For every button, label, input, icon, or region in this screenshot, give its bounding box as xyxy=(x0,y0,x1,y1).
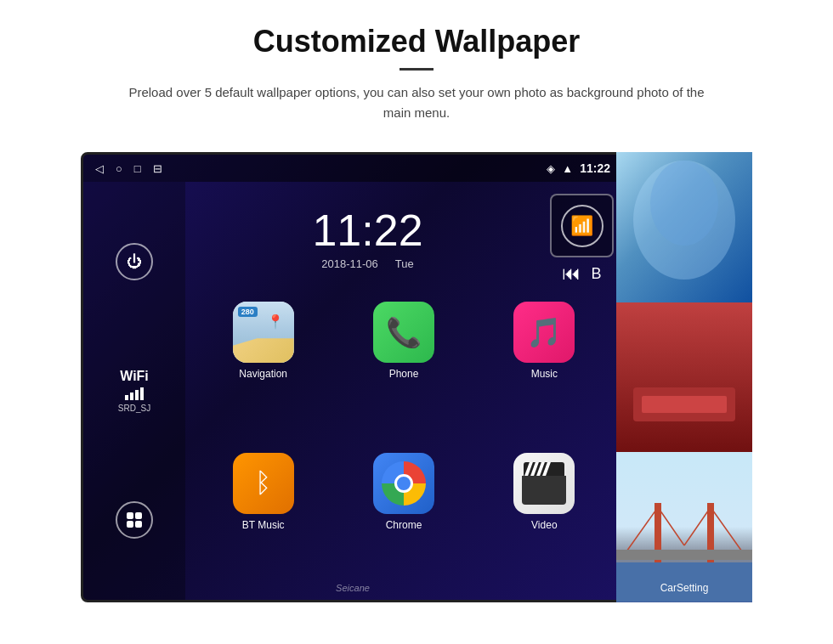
wifi-bar-4 xyxy=(140,387,144,400)
clock-section: 11:22 2018-11-06 Tue xyxy=(194,208,541,270)
clock-time: 11:22 xyxy=(194,208,541,252)
top-row: 11:22 2018-11-06 Tue 📶 xyxy=(194,182,614,293)
left-sidebar: ⏻ WiFi SRD_SJ xyxy=(83,182,185,600)
clock-day-value: Tue xyxy=(395,257,414,270)
page-title: Customized Wallpaper xyxy=(51,24,782,59)
video-app-icon xyxy=(513,453,575,514)
nav-road xyxy=(233,338,294,363)
svg-rect-5 xyxy=(642,396,727,413)
app-item-chrome[interactable]: Chrome xyxy=(339,453,468,592)
wifi-ssid: SRD_SJ xyxy=(118,404,150,413)
back-nav-icon: ◁ xyxy=(95,162,104,175)
navigation-app-icon: 280 📍 xyxy=(233,302,294,363)
watermark-text: Seicane xyxy=(336,583,370,593)
chrome-inner-circle xyxy=(394,474,413,493)
prev-track-button[interactable]: ⏮ xyxy=(562,263,581,285)
status-time: 11:22 xyxy=(580,161,610,175)
video-app-label: Video xyxy=(531,519,557,531)
bridge-svg xyxy=(616,452,752,602)
wifi-label: WiFi xyxy=(118,369,150,384)
svg-rect-3 xyxy=(616,302,752,453)
wifi-bar-1 xyxy=(125,395,128,400)
wifi-status-icon: ▲ xyxy=(562,162,573,175)
next-track-button[interactable]: B xyxy=(591,265,601,283)
app-item-navigation[interactable]: 280 📍 Navigation xyxy=(199,302,327,441)
ice-cave-svg xyxy=(616,152,752,302)
clapper-body xyxy=(522,476,566,505)
btmusic-app-label: BT Music xyxy=(242,519,285,531)
apps-grid-icon xyxy=(127,512,142,528)
media-icon-inner: 📶 xyxy=(561,205,604,247)
app-item-phone[interactable]: 📞 Phone xyxy=(339,302,468,441)
home-nav-icon: ○ xyxy=(116,162,122,175)
clock-date-value: 2018-11-06 xyxy=(321,257,378,270)
nav-map-inner: 280 📍 xyxy=(233,302,294,363)
svg-point-2 xyxy=(650,161,718,246)
app-item-video[interactable]: Video xyxy=(480,453,609,592)
screenshot-icon: ⊟ xyxy=(153,162,162,175)
music-note-icon: 🎵 xyxy=(526,315,562,349)
wifi-bar-3 xyxy=(135,390,139,400)
clapper-top xyxy=(524,462,564,476)
chrome-app-label: Chrome xyxy=(386,519,422,531)
status-bar-right: ◈ ▲ 11:22 xyxy=(547,161,610,175)
status-bar-left: ◁ ○ □ ⊟ xyxy=(95,162,162,175)
btmusic-app-icon: ᛒ xyxy=(233,453,294,514)
wallpaper-thumbnails: CarSetting xyxy=(616,152,752,602)
nav-pin-icon: 📍 xyxy=(267,314,284,330)
music-app-icon: 🎵 xyxy=(513,302,575,363)
app-item-btmusic[interactable]: ᛒ BT Music xyxy=(199,453,327,592)
phone-app-label: Phone xyxy=(389,368,419,380)
android-screen-wrapper: ◁ ○ □ ⊟ ◈ ▲ 11:22 ⏻ xyxy=(81,152,752,602)
clock-date: 2018-11-06 Tue xyxy=(194,257,541,270)
music-app-label: Music xyxy=(531,368,558,380)
wallpaper-thumb-bridge[interactable] xyxy=(616,452,752,602)
apps-button[interactable] xyxy=(116,501,153,539)
wifi-info: WiFi SRD_SJ xyxy=(118,369,150,413)
center-area: 11:22 2018-11-06 Tue 📶 xyxy=(185,182,622,600)
page-container: Customized Wallpaper Preload over 5 defa… xyxy=(0,0,833,644)
wifi-media-icon: 📶 xyxy=(570,215,593,237)
title-divider xyxy=(400,68,434,71)
power-button[interactable]: ⏻ xyxy=(116,243,153,280)
navigation-app-label: Navigation xyxy=(239,368,287,380)
app-item-music[interactable]: 🎵 Music xyxy=(480,302,609,441)
media-controls: ⏮ B xyxy=(562,263,601,285)
car-setting-label: CarSetting xyxy=(616,582,752,594)
status-bar: ◁ ○ □ ⊟ ◈ ▲ 11:22 xyxy=(83,155,622,182)
casino-svg xyxy=(616,302,752,453)
wifi-bars xyxy=(118,387,150,400)
phone-app-icon: 📞 xyxy=(373,302,434,363)
phone-handset-icon: 📞 xyxy=(386,315,422,349)
nav-badge: 280 xyxy=(238,307,258,317)
android-screen: ◁ ○ □ ⊟ ◈ ▲ 11:22 ⏻ xyxy=(81,152,625,602)
wallpaper-thumb-casino[interactable] xyxy=(616,302,752,453)
chrome-app-icon xyxy=(373,453,434,514)
media-icon-box: 📶 xyxy=(550,194,614,257)
svg-rect-8 xyxy=(707,503,714,571)
svg-rect-13 xyxy=(616,550,752,560)
power-icon: ⏻ xyxy=(127,253,142,271)
recents-nav-icon: □ xyxy=(134,162,141,175)
bluetooth-icon: ᛒ xyxy=(255,467,271,499)
watermark: Seicane xyxy=(336,583,370,593)
app-grid: 280 📍 Navigation 📞 Phone xyxy=(194,293,614,600)
video-clapper-icon xyxy=(522,462,566,505)
chrome-circle xyxy=(382,461,426,506)
wifi-bar-2 xyxy=(130,393,133,400)
header-section: Customized Wallpaper Preload over 5 defa… xyxy=(0,0,833,137)
wallpaper-thumb-ice[interactable] xyxy=(616,152,752,302)
screen-content: ⏻ WiFi SRD_SJ xyxy=(83,182,622,600)
svg-rect-7 xyxy=(654,503,661,571)
page-description: Preload over 5 default wallpaper options… xyxy=(128,82,706,123)
media-section: 📶 ⏮ B xyxy=(550,194,614,285)
location-icon: ◈ xyxy=(547,162,555,175)
